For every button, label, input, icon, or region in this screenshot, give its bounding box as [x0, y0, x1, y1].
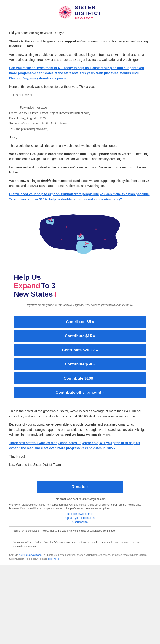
- footer-tax-note: Donations to Sister District Project, a …: [13, 540, 147, 548]
- logo-project: PROJECT: [75, 17, 102, 20]
- after-para2: Because of your support, we've been able…: [9, 422, 151, 437]
- headline-new: New States: [14, 290, 53, 298]
- intro-cta-link[interactable]: Can you make an investment of $10 today …: [9, 66, 144, 80]
- inner-para1: This week, the Sister District community…: [9, 143, 151, 148]
- inner-para4-start: We are now aiming to: [9, 179, 41, 182]
- svg-point-17: [61, 16, 62, 17]
- headline-expand: Expand: [14, 282, 40, 290]
- logo-sister: SISTER: [75, 4, 102, 10]
- svg-point-12: [59, 12, 60, 13]
- contribute-buttons-section: Contribute $5 » Contribute $15 » Contrib…: [14, 316, 146, 398]
- after-sign: Lala Wu and the Sister District Team: [9, 462, 151, 467]
- svg-point-13: [70, 12, 71, 13]
- tx-label: TX: [84, 246, 87, 249]
- forwarded-from: From: Lala Wu, Sister District Project […: [9, 110, 151, 116]
- contribute-other-button[interactable]: Contribute other amount »: [14, 387, 146, 398]
- forwarded-header: ---------- Forwarded message --------- F…: [9, 105, 151, 132]
- intro-thank-you: None of this work would be possible with…: [9, 84, 151, 89]
- after-link-para: Three new states. Twice as many candidat…: [9, 440, 151, 451]
- svg-point-35: [61, 239, 62, 240]
- svg-point-20: [60, 14, 61, 14]
- logo-container: SISTER DISTRICT PROJECT: [58, 4, 102, 20]
- svg-point-14: [61, 8, 62, 9]
- contribute-2022-button[interactable]: Contribute $20.22 »: [14, 344, 146, 356]
- after-buttons-content: This is the power of the grassroots. So …: [0, 403, 160, 476]
- headline-to3: To 3: [41, 282, 55, 290]
- contribute-5-button[interactable]: Contribute $5 »: [14, 316, 146, 328]
- us-map-svg: WA CO TX: [32, 206, 128, 270]
- forwarded-to: To: John [xxxxxx@gmail.com]: [9, 126, 151, 132]
- after-para1: This is the power of the grassroots. So …: [9, 408, 151, 419]
- svg-point-21: [70, 10, 71, 11]
- inner-para4-italic1: double: [41, 179, 51, 182]
- update-info-link[interactable]: Update your information: [9, 516, 151, 520]
- footer-box-1: Paid for by Sister District Project. Not…: [9, 526, 151, 535]
- svg-point-34: [105, 239, 106, 240]
- donate-button[interactable]: Donate »: [37, 481, 123, 493]
- logo-icon: [58, 6, 72, 19]
- map-expand-line: Expand To 3: [14, 282, 151, 290]
- svg-point-11: [65, 17, 66, 18]
- svg-point-24: [66, 7, 67, 8]
- svg-point-23: [66, 17, 67, 18]
- svg-point-22: [63, 7, 64, 8]
- click-here-link[interactable]: click here: [48, 557, 59, 560]
- intro-none-text: None of this work would be possible with…: [9, 85, 79, 88]
- intro-link-para: Can you make an investment of $10 today …: [9, 66, 151, 81]
- footer-subscription-note: We rely on grassroots donations from sup…: [9, 503, 151, 510]
- actblue-network-link[interactable]: ActBlueNetwork.org: [19, 554, 41, 556]
- after-cta-link[interactable]: Three new states. Twice as many candidat…: [9, 441, 140, 450]
- contribute-100-button[interactable]: Contribute $100 »: [14, 372, 146, 384]
- svg-point-9: [64, 11, 66, 14]
- unsubscribe-link[interactable]: Unsubscribe: [9, 520, 151, 524]
- actblue-note: If you've stored your info with ActBlue …: [9, 303, 151, 307]
- inner-para3: I am amazed and humbled at the progress …: [9, 165, 151, 175]
- footer-box-2: Donations to Sister District Project, a …: [9, 538, 151, 550]
- intro-bold-text: Thanks to the incredible grassroots supp…: [9, 40, 148, 48]
- contribute-15-button[interactable]: Contribute $15 »: [14, 330, 146, 342]
- svg-point-32: [66, 226, 67, 228]
- footer-bottom: Sent via ActBlueNetwork.org. To update y…: [9, 553, 151, 560]
- footer-links: Receive fewer emails Update your informa…: [9, 512, 151, 524]
- inner-para2-bold: We exceeded $750,000 in candidate donati…: [9, 152, 131, 156]
- svg-point-16: [68, 8, 70, 9]
- main-content: Did you catch our big news on Friday? Th…: [0, 25, 160, 316]
- footer-email-note: This email was sent to xxxxxx@gmail.com.: [9, 498, 151, 500]
- inner-para4: We are now aiming to double the number o…: [9, 178, 151, 188]
- intro-signature: — Sister District: [9, 92, 151, 97]
- inner-link-para: But we need your help to expand. Support…: [9, 192, 151, 202]
- email-header: SISTER DISTRICT PROJECT: [0, 0, 160, 25]
- after-para2-bold: And we know we can do more.: [64, 433, 111, 436]
- forwarded-subject: Subject: We want you to be the first to …: [9, 121, 151, 126]
- svg-point-30: [86, 242, 88, 244]
- intro-line2-bold: Thanks to the incredible grassroots supp…: [9, 39, 151, 49]
- intro-line3: We're now aiming to double our endorsed …: [9, 52, 151, 62]
- svg-point-10: [65, 6, 66, 8]
- donate-section: Donate »: [9, 481, 151, 493]
- headline-arrow: ↓: [54, 290, 57, 298]
- svg-point-18: [60, 10, 61, 11]
- svg-point-33: [95, 228, 97, 230]
- forwarded-separator: ---------- Forwarded message ---------: [9, 105, 151, 110]
- receive-fewer-link[interactable]: Receive fewer emails: [9, 512, 151, 516]
- footer-bottom-text: Sent via ActBlueNetwork.org. To update y…: [9, 554, 146, 560]
- inner-salutation: John,: [9, 135, 151, 140]
- after-thanks: Thank you!: [9, 454, 151, 459]
- svg-point-28: [79, 234, 81, 236]
- inner-para2: We exceeded $750,000 in candidate donati…: [9, 151, 151, 162]
- footer-paid-for: Paid for by Sister District Project. Not…: [13, 529, 147, 533]
- inner-para4-italic2: three: [30, 184, 38, 188]
- logo-district: DISTRICT: [75, 10, 102, 16]
- contribute-50-button[interactable]: Contribute $50 »: [14, 358, 146, 370]
- map-new-states-line: New States ↓: [14, 290, 151, 298]
- divider-1: [9, 101, 151, 101]
- map-section: WA CO TX: [9, 206, 151, 298]
- svg-point-26: [49, 218, 51, 220]
- logo-text: SISTER DISTRICT PROJECT: [75, 4, 102, 20]
- forwarded-date: Date: Friday, August 5, 2022: [9, 116, 151, 121]
- inner-cta-link[interactable]: But we need your help to expand. Support…: [9, 192, 150, 201]
- intro-line1: Did you catch our big news on Friday?: [9, 30, 151, 35]
- divider-2: [9, 476, 151, 476]
- svg-point-19: [70, 14, 71, 14]
- map-help-us: Help Us: [14, 273, 151, 282]
